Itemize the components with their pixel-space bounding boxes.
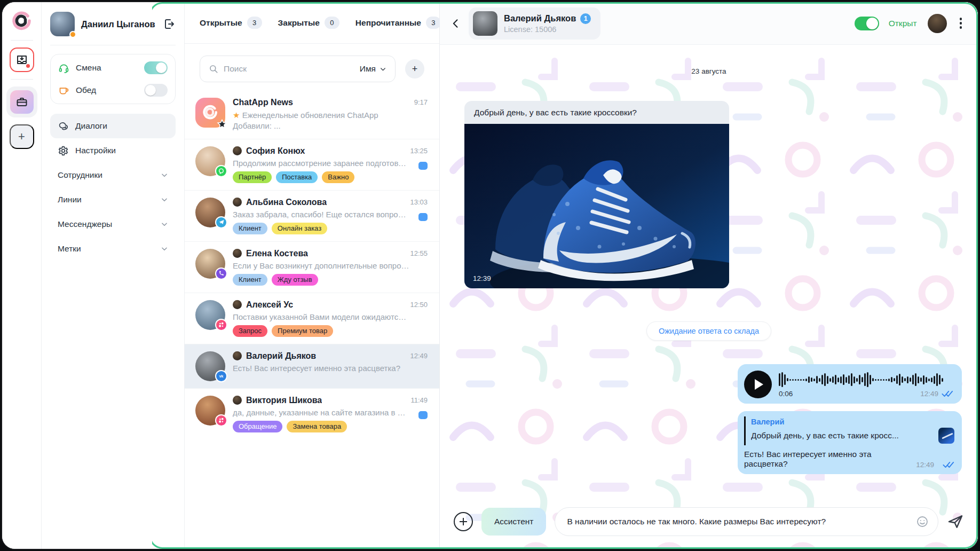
- voice-duration: 0:06: [779, 390, 793, 398]
- conversation-tabs: Открытые 3 Закрытые 0 Непрочитанные 3: [185, 2, 439, 44]
- emoji-icon[interactable]: [916, 515, 929, 528]
- conversation-row-sofia[interactable]: София Конюх Продолжим рассмотрение заран…: [185, 139, 439, 190]
- sidebar-item-settings[interactable]: Настройки: [50, 138, 176, 163]
- sidebar-item-messengers[interactable]: Мессенджеры: [50, 212, 176, 237]
- conversation-time: 13:03: [410, 198, 428, 206]
- operator-mini-avatar: [233, 146, 242, 155]
- tab-open[interactable]: Открытые 3: [200, 17, 262, 29]
- send-button[interactable]: [947, 513, 964, 530]
- chat-menu-button[interactable]: [960, 18, 962, 29]
- tab-closed[interactable]: Закрытые 0: [278, 17, 339, 29]
- assistant-button[interactable]: Ассистент: [481, 508, 546, 536]
- tag-partner: Партнёр: [233, 171, 272, 183]
- headset-icon: [58, 62, 69, 74]
- user-avatar: [50, 12, 75, 36]
- conversation-row-albina[interactable]: Альбина Соколова Заказ забрала, спасибо!…: [185, 190, 439, 241]
- tag-important: Важно: [322, 171, 354, 183]
- svg-text:vk: vk: [219, 374, 224, 378]
- conversation-list: ChatApp News ★ Еженедельные обновления C…: [185, 91, 439, 549]
- new-conversation-button[interactable]: +: [405, 59, 424, 78]
- sidebar-item-lines[interactable]: Линии: [50, 187, 176, 212]
- tab-unread[interactable]: Непрочитанные 3: [355, 17, 441, 29]
- tab-label: Непрочитанные: [355, 18, 421, 28]
- search-filter-value: Имя: [360, 64, 376, 74]
- conversation-row-elena[interactable]: Елена Костева Если у Вас возникнут допол…: [185, 241, 439, 293]
- attach-button[interactable]: [454, 512, 473, 531]
- divider: [50, 45, 176, 45]
- conversation-row-valeriy[interactable]: vk Валерий Дьяков Есть! Вас интересует и…: [185, 344, 439, 388]
- play-icon: [755, 379, 763, 390]
- tag-replacement: Замена товара: [287, 421, 347, 432]
- conversation-time: 12:49: [410, 352, 428, 360]
- chat-contact-card[interactable]: Валерий Дьяков 1 License: 15006: [469, 7, 600, 40]
- chat-contact-license: License: 15006: [504, 25, 591, 34]
- conversation-preview: Поставки указанной Вами модели ожидаются…: [233, 312, 428, 321]
- read-double-check-icon: [943, 461, 954, 469]
- conversation-time: 11:49: [410, 396, 428, 404]
- play-button[interactable]: [744, 371, 772, 398]
- search-placeholder: Поиск: [224, 64, 354, 74]
- vk-badge-icon: vk: [215, 370, 227, 382]
- viber-badge-icon: [215, 267, 227, 280]
- shift-toggle-label: Смена: [76, 63, 138, 73]
- logout-button[interactable]: [163, 18, 176, 30]
- voice-message-bubble: 0:06 12:49: [738, 364, 962, 404]
- search-input[interactable]: Поиск Имя: [200, 56, 396, 82]
- inbox-rail-button[interactable]: [10, 48, 34, 72]
- operator-mini-avatar: [233, 198, 242, 207]
- add-workspace-button[interactable]: +: [10, 124, 34, 149]
- tag-list: Партнёр Поставка Важно: [233, 171, 428, 183]
- conversation-time: 12:55: [410, 249, 428, 257]
- dialog-open-toggle[interactable]: [855, 17, 879, 30]
- chevron-down-icon: [380, 66, 386, 73]
- tag-list: Обращение Замена товара: [233, 421, 428, 432]
- avito-badge-icon: [215, 414, 227, 427]
- incoming-message-image[interactable]: 12:39: [464, 124, 729, 288]
- profile-row: Даниил Цыганов: [50, 12, 176, 36]
- quote-text: Добрый день, у вас есть такие кросс...: [751, 431, 933, 440]
- sidebar-item-employees[interactable]: Сотрудники: [50, 163, 176, 187]
- operator-mini-avatar: [233, 351, 242, 360]
- quote-image-thumbnail: [938, 428, 954, 444]
- tab-label: Открытые: [200, 18, 242, 28]
- sneakers-photo: [464, 124, 729, 288]
- voice-waveform[interactable]: [779, 371, 953, 389]
- message-input[interactable]: [555, 507, 938, 536]
- shift-toggle[interactable]: [144, 61, 168, 74]
- sidebar-item-label: Сотрудники: [58, 170, 154, 180]
- tab-label: Закрытые: [278, 18, 320, 28]
- sidebar-item-tags[interactable]: Метки: [50, 237, 176, 261]
- chatapp-logo-icon: [10, 10, 34, 33]
- conversation-preview: Если у Вас возникнут дополнительные вопр…: [233, 261, 428, 270]
- conversation-name: ChatApp News: [233, 98, 293, 107]
- notification-dot: [25, 63, 31, 69]
- conversation-row-viktoria[interactable]: Виктория Шикова да, данные, указанные на…: [185, 388, 439, 439]
- conversation-name: Валерий Дьяков: [246, 351, 316, 361]
- quoted-message[interactable]: Валерий Добрый день, у вас есть такие кр…: [744, 416, 954, 445]
- conversation-time: 9:17: [414, 98, 428, 106]
- tab-count-badge: 0: [325, 17, 339, 29]
- conversation-row-chatapp-news[interactable]: ChatApp News ★ Еженедельные обновления C…: [185, 91, 439, 139]
- message-time: 12:49: [920, 390, 938, 398]
- tag-premium-product: Премиум товар: [272, 325, 333, 337]
- sidebar: Даниил Цыганов Смена Обед: [42, 2, 185, 549]
- tag-online-order: Онлайн заказ: [272, 223, 327, 234]
- workspace-rail-button[interactable]: [6, 86, 37, 117]
- search-row: Поиск Имя +: [185, 44, 439, 91]
- tab-count-badge: 3: [247, 17, 262, 29]
- search-icon: [209, 64, 218, 74]
- assigned-operator-avatar[interactable]: [928, 14, 947, 33]
- conversation-preview: Заказ забрала, спасибо! Еще остался вопр…: [233, 210, 428, 219]
- tag-list: Клиент Жду отзыв: [233, 274, 428, 286]
- lunch-toggle[interactable]: [144, 84, 168, 97]
- status-toggle-card: Смена Обед: [50, 54, 176, 104]
- sidebar-menu: Диалоги Настройки Сотрудники Линии Мессе…: [50, 114, 176, 261]
- sidebar-item-label: Мессенджеры: [58, 219, 154, 229]
- sidebar-item-dialogs[interactable]: Диалоги: [50, 114, 176, 138]
- back-button[interactable]: [451, 18, 461, 29]
- chat-contact-avatar: [473, 11, 497, 36]
- tag-list: Запрос Премиум товар: [233, 325, 428, 337]
- conversation-row-alexey[interactable]: Алексей Ус Поставки указанной Вами модел…: [185, 293, 439, 344]
- whatsapp-badge-icon: [215, 165, 227, 177]
- search-filter-select[interactable]: Имя: [360, 64, 386, 74]
